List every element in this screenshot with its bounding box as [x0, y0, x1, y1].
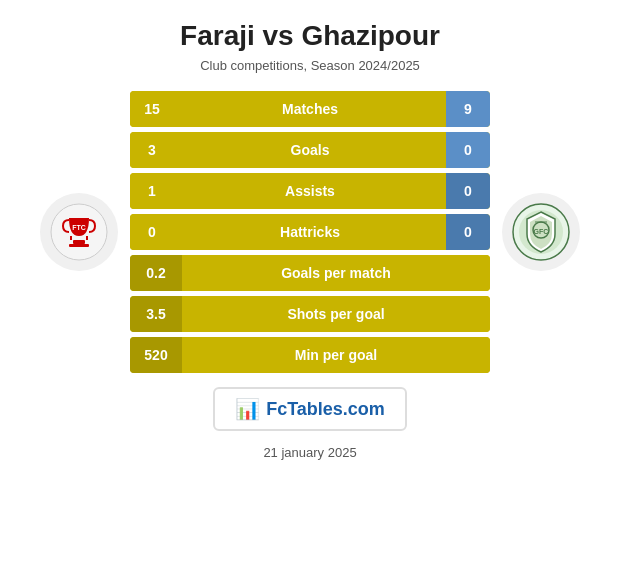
right-team-logo: GFC [496, 193, 586, 271]
page-subtitle: Club competitions, Season 2024/2025 [200, 58, 420, 73]
goals-per-match-val: 0.2 [130, 255, 182, 291]
hattricks-left-val: 0 [130, 214, 174, 250]
svg-text:FTC: FTC [72, 224, 86, 231]
assists-label: Assists [174, 173, 446, 209]
stat-row-matches: 15 Matches 9 [130, 91, 490, 127]
matches-left-val: 15 [130, 91, 174, 127]
svg-rect-1 [73, 240, 85, 244]
hattricks-label: Hattricks [174, 214, 446, 250]
left-team-logo: FTC [34, 193, 124, 271]
stats-column: 15 Matches 9 3 Goals 0 1 Assists 0 0 Hat… [130, 91, 490, 373]
page: Faraji vs Ghazipour Club competitions, S… [0, 0, 620, 580]
goals-per-match-label: Goals per match [182, 255, 490, 291]
goals-left-val: 3 [130, 132, 174, 168]
hattricks-right-val: 0 [446, 214, 490, 250]
matches-label: Matches [174, 91, 446, 127]
stat-row-assists: 1 Assists 0 [130, 173, 490, 209]
stat-row-hattricks: 0 Hattricks 0 [130, 214, 490, 250]
main-section: FTC 15 Matches 9 3 Goals 0 1 Assists [10, 91, 610, 373]
stat-row-shots-per-goal: 3.5 Shots per goal [130, 296, 490, 332]
fctables-logo: 📊 FcTables.com [213, 387, 407, 431]
min-per-goal-label: Min per goal [182, 337, 490, 373]
matches-right-val: 9 [446, 91, 490, 127]
min-per-goal-val: 520 [130, 337, 182, 373]
stat-row-goals-per-match: 0.2 Goals per match [130, 255, 490, 291]
chart-icon: 📊 [235, 397, 260, 421]
assists-right-val: 0 [446, 173, 490, 209]
svg-rect-2 [69, 244, 89, 247]
date-label: 21 january 2025 [263, 445, 356, 460]
goals-right-val: 0 [446, 132, 490, 168]
fctables-label: FcTables.com [266, 399, 385, 420]
assists-left-val: 1 [130, 173, 174, 209]
ghazipour-logo-circle: GFC [502, 193, 580, 271]
stat-row-goals: 3 Goals 0 [130, 132, 490, 168]
goals-label: Goals [174, 132, 446, 168]
svg-text:GFC: GFC [534, 228, 549, 235]
faraji-logo-circle: FTC [40, 193, 118, 271]
page-title: Faraji vs Ghazipour [180, 20, 440, 52]
shots-per-goal-val: 3.5 [130, 296, 182, 332]
stat-row-min-per-goal: 520 Min per goal [130, 337, 490, 373]
shots-per-goal-label: Shots per goal [182, 296, 490, 332]
